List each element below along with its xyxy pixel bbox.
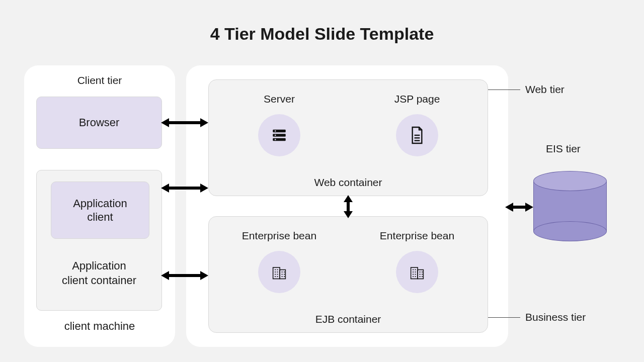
enterprise-bean-node-2: Enterprise bean [367, 230, 467, 293]
application-client-label: Application client [73, 197, 127, 224]
svg-point-3 [275, 130, 276, 132]
server-node: Server [229, 93, 330, 156]
application-client-box: Application client [51, 182, 149, 239]
business-tier-label: Business tier [525, 311, 586, 323]
web-container-box: Server JSP page [208, 79, 488, 196]
business-tier-callout-line [488, 317, 520, 318]
client-tier-title: Client tier [24, 74, 175, 86]
svg-rect-9 [273, 267, 280, 279]
browser-label: Browser [79, 116, 120, 129]
server-icon [258, 114, 300, 156]
enterprise-bean-label-1: Enterprise bean [229, 230, 330, 242]
jsp-node: JSP page [367, 93, 467, 156]
database-cylinder-icon [533, 171, 607, 241]
svg-rect-25 [411, 267, 418, 279]
svg-marker-52 [525, 203, 533, 212]
slide-title: 4 Tier Model Slide Template [0, 24, 644, 44]
enterprise-bean-node-1: Enterprise bean [229, 230, 330, 293]
application-client-container-label: Application client container [37, 259, 162, 288]
server-node-label: Server [229, 93, 330, 105]
web-tier-callout-line [488, 89, 520, 90]
server-panel: Server JSP page [186, 65, 508, 347]
ejb-container-box: Enterprise bean Enterprise bean [208, 216, 488, 333]
client-machine-label: client machine [24, 320, 175, 333]
browser-box: Browser [36, 97, 162, 149]
jsp-node-label: JSP page [367, 93, 467, 105]
application-client-container-box: Application client Application client co… [36, 170, 162, 311]
enterprise-bean-label-2: Enterprise bean [367, 230, 467, 242]
ejb-container-label: EJB container [209, 313, 488, 325]
building-icon [396, 251, 438, 293]
arrow-server-to-eis [505, 201, 533, 213]
client-tier-panel: Client tier Browser Application client A… [24, 65, 175, 347]
web-container-label: Web container [209, 176, 488, 189]
document-icon [396, 114, 438, 156]
eis-tier-label: EIS tier [546, 143, 581, 155]
svg-point-4 [275, 135, 276, 136]
svg-point-5 [275, 139, 276, 140]
building-icon [258, 251, 300, 293]
web-tier-label: Web tier [525, 83, 565, 96]
